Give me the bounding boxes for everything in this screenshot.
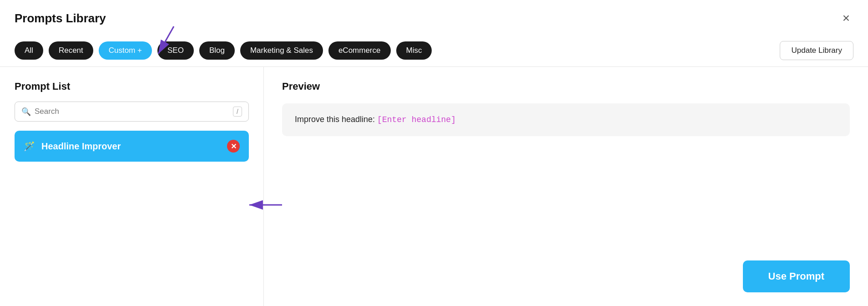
use-prompt-button[interactable]: Use Prompt	[743, 260, 850, 292]
tab-custom[interactable]: Custom +	[99, 41, 152, 60]
delete-icon: ✕	[227, 140, 240, 153]
delete-prompt-button[interactable]: ✕	[227, 140, 240, 153]
modal: Prompts Library × All Recent Custom + SE…	[0, 0, 868, 306]
right-panel: Preview Improve this headline: [Enter he…	[264, 67, 868, 306]
search-input[interactable]	[35, 107, 229, 116]
prompt-item-icon: 🪄	[24, 141, 35, 152]
preview-placeholder: [Enter headline]	[377, 115, 456, 124]
content-area: Prompt List 🔍 / 🪄 Headline Improver ✕ Pr…	[0, 67, 868, 306]
prompt-item[interactable]: 🪄 Headline Improver ✕	[15, 131, 249, 162]
modal-header: Prompts Library ×	[0, 0, 868, 35]
tab-marketing[interactable]: Marketing & Sales	[240, 41, 323, 60]
preview-box: Improve this headline: [Enter headline]	[282, 103, 850, 136]
tab-misc[interactable]: Misc	[396, 41, 432, 60]
tab-all[interactable]: All	[15, 41, 43, 60]
prompt-list-title: Prompt List	[15, 81, 249, 92]
update-library-button[interactable]: Update Library	[780, 41, 853, 60]
search-icon: 🔍	[21, 107, 31, 117]
preview-text: Improve this headline:	[295, 115, 377, 124]
tab-blog[interactable]: Blog	[199, 41, 235, 60]
preview-title: Preview	[282, 81, 850, 92]
search-shortcut: /	[233, 107, 242, 117]
tab-ecommerce[interactable]: eCommerce	[328, 41, 391, 60]
tab-seo[interactable]: SEO	[157, 41, 194, 60]
prompt-item-label: Headline Improver	[41, 141, 221, 152]
tab-recent[interactable]: Recent	[49, 41, 93, 60]
modal-title: Prompts Library	[15, 11, 106, 26]
tab-bar: All Recent Custom + SEO Blog Marketing &…	[0, 35, 868, 67]
search-box: 🔍 /	[15, 102, 249, 122]
close-button[interactable]: ×	[839, 10, 853, 26]
left-panel: Prompt List 🔍 / 🪄 Headline Improver ✕	[0, 67, 264, 306]
